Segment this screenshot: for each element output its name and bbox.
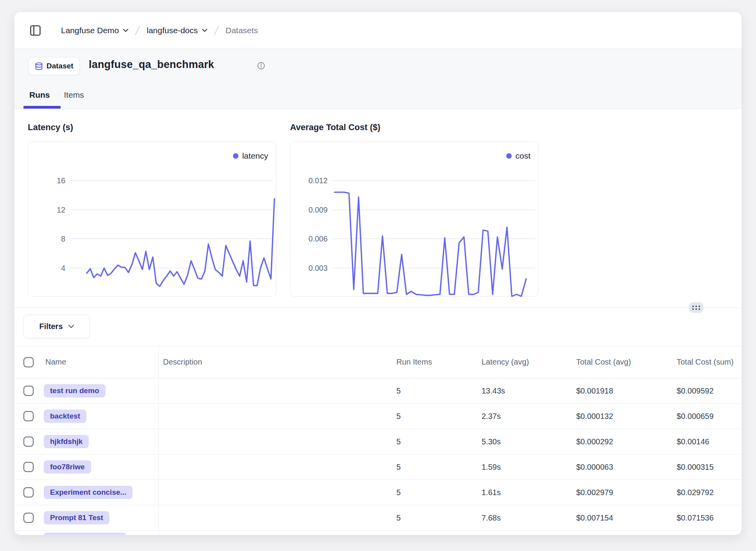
row-checkbox[interactable]	[23, 513, 34, 523]
total-cost-sum-value: $0.000659	[662, 412, 742, 421]
latency-avg-value: 13.43s	[467, 386, 562, 395]
total-cost-avg-value: $0.002979	[562, 488, 662, 497]
column-header-name[interactable]: Name	[44, 358, 158, 367]
latency-chart: 161284	[28, 142, 277, 297]
row-checkbox[interactable]	[23, 487, 34, 497]
runs-table: Name Description Run Items Latency (avg)…	[14, 346, 742, 535]
total-cost-sum-value: $0.009592	[662, 386, 742, 395]
run-items-count: 5	[382, 437, 467, 446]
cost-chart-title: Average Total Cost ($)	[290, 122, 380, 132]
column-header-latency-avg[interactable]: Latency (avg)	[467, 358, 562, 367]
svg-text:0.003: 0.003	[308, 264, 328, 272]
run-items-count: 5	[382, 488, 467, 497]
total-cost-sum-value: $0.00146	[662, 437, 742, 446]
run-items-count: 5	[382, 386, 467, 395]
legend-dot-icon	[233, 153, 238, 159]
page-header: Dataset langfuse_qa_benchmark Runs Items	[14, 49, 742, 109]
breadcrumb-project-label: langfuse-docs	[147, 26, 198, 35]
total-cost-avg-value: $0.000292	[562, 437, 662, 446]
row-checkbox[interactable]	[23, 462, 34, 472]
chevron-down-icon	[123, 29, 129, 32]
svg-text:8: 8	[61, 234, 65, 243]
latency-legend: latency	[233, 151, 268, 161]
latency-avg-value: 2.37s	[467, 412, 562, 421]
filters-button[interactable]: Filters	[23, 315, 90, 338]
table-body: test run demo513.43s$0.001918$0.009592ba…	[14, 378, 742, 531]
latency-avg-value: 1.59s	[467, 463, 562, 472]
run-name-badge[interactable]: backtest	[44, 410, 86, 423]
breadcrumb: Langfuse Demo langfuse-docs Datasets	[61, 12, 258, 49]
filters-button-label: Filters	[39, 322, 63, 331]
partial-run-name-badge[interactable]	[44, 533, 126, 535]
run-items-count: 5	[382, 513, 467, 522]
breadcrumb-page[interactable]: Datasets	[226, 26, 258, 35]
latency-avg-value: 1.61s	[467, 488, 562, 497]
run-name-badge[interactable]: Prompt 81 Test	[44, 511, 109, 524]
dataset-type-badge: Dataset	[29, 57, 80, 75]
breadcrumb-separator	[134, 25, 141, 36]
column-header-total-cost-sum[interactable]: Total Cost (sum)	[662, 358, 742, 367]
select-all-checkbox[interactable]	[23, 357, 34, 367]
table-row[interactable]: hjkfdshjk55.30s$0.000292$0.00146	[14, 429, 742, 454]
cost-legend: cost	[506, 151, 530, 161]
column-header-total-cost-avg[interactable]: Total Cost (avg)	[562, 358, 662, 367]
run-name-badge[interactable]: Experiment concise...	[44, 486, 133, 499]
drag-dots-icon	[692, 304, 701, 311]
total-cost-sum-value: $0.029792	[662, 488, 742, 497]
table-header-row: Name Description Run Items Latency (avg)…	[14, 346, 742, 378]
tab-items[interactable]: Items	[64, 90, 84, 100]
svg-text:0.006: 0.006	[308, 234, 328, 243]
svg-text:12: 12	[57, 206, 65, 214]
run-name-badge[interactable]: foo78riwe	[44, 460, 91, 474]
total-cost-sum-value: $0.000315	[662, 463, 742, 472]
chevron-down-icon	[202, 29, 208, 32]
top-bar: Langfuse Demo langfuse-docs Datasets	[14, 12, 742, 49]
column-header-description[interactable]: Description	[158, 358, 382, 367]
legend-dot-icon	[506, 153, 512, 159]
row-checkbox[interactable]	[23, 437, 34, 447]
cost-legend-label: cost	[515, 151, 530, 161]
latency-avg-value: 7.68s	[467, 513, 562, 522]
page-title: langfuse_qa_benchmark	[89, 59, 214, 71]
svg-text:0.012: 0.012	[308, 176, 328, 185]
column-header-run-items[interactable]: Run Items	[382, 358, 467, 367]
svg-text:4: 4	[61, 264, 65, 272]
run-items-count: 5	[382, 463, 467, 472]
database-icon	[35, 62, 43, 70]
table-row[interactable]: backtest52.37s$0.000132$0.000659	[14, 404, 742, 429]
tab-runs[interactable]: Runs	[29, 90, 50, 100]
active-tab-indicator	[23, 106, 61, 109]
run-items-count: 5	[382, 412, 467, 421]
breadcrumb-project[interactable]: langfuse-docs	[147, 26, 208, 35]
cost-chart-card: 0.0120.0090.0060.003 cost	[290, 141, 539, 297]
breadcrumb-separator	[213, 25, 220, 36]
latency-avg-value: 5.30s	[467, 437, 562, 446]
svg-text:16: 16	[57, 176, 65, 185]
row-checkbox[interactable]	[23, 411, 34, 421]
total-cost-avg-value: $0.000132	[562, 412, 662, 421]
breadcrumb-org-label: Langfuse Demo	[61, 26, 119, 35]
run-name-badge[interactable]: hjkfdshjk	[44, 435, 89, 448]
total-cost-sum-value: $0.071536	[662, 513, 742, 522]
total-cost-avg-value: $0.000063	[562, 463, 662, 472]
total-cost-avg-value: $0.007154	[562, 513, 662, 522]
latency-legend-label: latency	[242, 151, 268, 161]
table-row[interactable]: foo78riwe51.59s$0.000063$0.000315	[14, 454, 742, 480]
breadcrumb-org[interactable]: Langfuse Demo	[61, 26, 129, 35]
table-row[interactable]: test run demo513.43s$0.001918$0.009592	[14, 378, 742, 404]
info-icon[interactable]	[257, 61, 265, 70]
svg-text:0.009: 0.009	[308, 206, 328, 214]
column-divider	[158, 346, 159, 535]
table-row[interactable]: Prompt 81 Test57.68s$0.007154$0.071536	[14, 505, 742, 531]
dataset-badge-label: Dataset	[47, 62, 73, 70]
table-row[interactable]: Experiment concise...51.61s$0.002979$0.0…	[14, 480, 742, 505]
latency-chart-title: Latency (s)	[28, 122, 73, 132]
resize-handle[interactable]	[689, 302, 704, 313]
run-name-badge[interactable]: test run demo	[44, 384, 106, 397]
row-checkbox[interactable]	[23, 386, 34, 396]
section-divider	[14, 308, 742, 308]
app-window: Langfuse Demo langfuse-docs Datasets Dat…	[14, 12, 742, 535]
sidebar-toggle-icon[interactable]	[29, 24, 42, 37]
chevron-down-icon	[68, 324, 74, 329]
cost-chart: 0.0120.0090.0060.003	[290, 142, 539, 297]
